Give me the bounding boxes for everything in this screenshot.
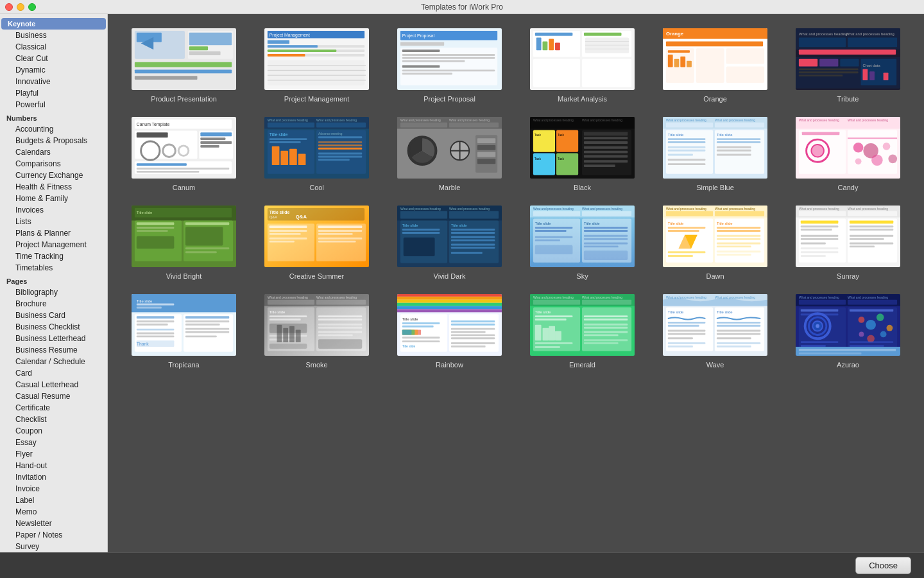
sidebar-item-innovative[interactable]: Innovative [1, 76, 106, 87]
sidebar-item-accounting[interactable]: Accounting [1, 123, 106, 135]
template-item-project-management[interactable]: Project Management Project Management [253, 27, 380, 103]
svg-rect-241 [402, 232, 440, 234]
svg-text:What and processes heading: What and processes heading [715, 119, 755, 122]
sidebar-item-classical[interactable]: Classical [1, 41, 106, 53]
svg-point-197 [871, 155, 883, 166]
sidebar-item-essay[interactable]: Essay [1, 437, 106, 448]
svg-rect-261 [535, 230, 567, 232]
svg-text:What and processes heading: What and processes heading [268, 119, 308, 122]
template-item-smoke[interactable]: What and processes heading What and proc… [253, 293, 380, 369]
sidebar-item-business-card[interactable]: Business Card [1, 310, 106, 321]
template-item-marble[interactable]: What and processes heading What and proc… [386, 116, 513, 191]
template-item-vivid-dark[interactable]: What and processes heading What and proc… [386, 204, 513, 280]
sidebar-item-memo[interactable]: Memo [1, 506, 106, 518]
minimize-button[interactable] [17, 3, 24, 11]
template-item-wave[interactable]: What and processes heading What and proc… [652, 293, 778, 369]
template-thumb-inner-market-analysis [530, 28, 635, 90]
svg-point-465 [880, 331, 887, 338]
template-item-cool[interactable]: What and processes heading What and proc… [253, 116, 380, 191]
svg-rect-325 [137, 307, 162, 309]
template-label-project-proposal: Project Proposal [424, 95, 475, 103]
sidebar-item-plans-planner[interactable]: Plans & Planner [1, 227, 106, 239]
sidebar-item-casual-resume[interactable]: Casual Resume [1, 390, 106, 402]
template-item-product-presentation[interactable]: Product Presentation [121, 27, 247, 103]
choose-button[interactable]: Choose [855, 557, 911, 574]
svg-rect-130 [400, 123, 447, 128]
sidebar-item-paper-notes[interactable]: Paper / Notes [1, 529, 106, 541]
sidebar-item-card[interactable]: Card [1, 367, 106, 379]
template-thumb-azurao: What and processes heading What and proc… [794, 293, 902, 357]
template-item-dawn[interactable]: What and processes heading What and proc… [652, 204, 778, 280]
sidebar-item-comparisons[interactable]: Comparisons [1, 158, 106, 170]
sidebar-item-label[interactable]: Label [1, 495, 106, 506]
template-item-market-analysis[interactable]: Market Analysis [519, 27, 646, 103]
sidebar-item-lists[interactable]: Lists [1, 216, 106, 227]
sidebar-item-project-management[interactable]: Project Management [1, 239, 106, 250]
svg-rect-351 [270, 315, 307, 317]
sidebar-item-hand-out[interactable]: Hand-out [1, 460, 106, 471]
template-item-black[interactable]: What and processes heading What and proc… [519, 116, 646, 191]
sidebar-item-budgets-proposals[interactable]: Budgets & Proposals [1, 135, 106, 146]
sidebar-item-certificate[interactable]: Certificate [1, 402, 106, 414]
sidebar-item-bibliography[interactable]: Bibliography [1, 286, 106, 298]
svg-rect-37 [402, 73, 452, 74]
sidebar-item-timetables[interactable]: Timetables [1, 262, 106, 274]
template-item-orange[interactable]: Orange Orange [652, 27, 778, 103]
sidebar-item-checklist[interactable]: Checklist [1, 414, 106, 425]
maximize-button[interactable] [28, 3, 36, 11]
template-item-sky[interactable]: What and processes heading What and proc… [519, 204, 646, 280]
svg-text:What and processes heading: What and processes heading [582, 119, 622, 122]
template-item-tropicana[interactable]: Title slide Thank Tropicana [121, 293, 247, 369]
sidebar-item-casual-letterhead[interactable]: Casual Letterhead [1, 379, 106, 390]
template-item-vivid-bright[interactable]: Title slide Vivid Bright [121, 204, 247, 280]
sidebar-item-business-letterhead[interactable]: Business Letterhead [1, 333, 106, 344]
template-item-project-proposal[interactable]: Project Proposal Project Proposal [386, 27, 513, 103]
template-item-sunray[interactable]: What and processes heading What and proc… [785, 204, 911, 280]
template-thumb-inner-tropicana: Title slide Thank [132, 294, 236, 356]
svg-rect-331 [137, 329, 175, 331]
sidebar-item-dynamic[interactable]: Dynamic [1, 64, 106, 76]
sidebar-item-invoice[interactable]: Invoice [1, 483, 106, 495]
template-item-rainbow[interactable]: Title slide Title slide Rainbow [386, 293, 513, 369]
svg-rect-98 [200, 145, 219, 148]
svg-rect-336 [185, 316, 229, 319]
sidebar-item-flyer[interactable]: Flyer [1, 448, 106, 460]
svg-rect-293 [717, 243, 760, 245]
svg-rect-430 [668, 333, 706, 335]
template-item-azurao[interactable]: What and processes heading What and proc… [785, 293, 911, 369]
svg-rect-139 [477, 152, 495, 157]
sidebar-item-time-tracking[interactable]: Time Tracking [1, 250, 106, 262]
template-thumb-inner-vivid-dark: What and processes heading What and proc… [397, 206, 502, 267]
sidebar-item-calendar-schedule[interactable]: Calendar / Schedule [1, 356, 106, 367]
svg-rect-370 [397, 297, 502, 300]
template-item-emerald[interactable]: What and processes heading What and proc… [519, 293, 646, 369]
sidebar-item-business[interactable]: Business [1, 30, 106, 41]
template-item-tribute[interactable]: What and processes heading What and proc… [785, 27, 911, 103]
svg-rect-85 [884, 73, 889, 80]
svg-rect-339 [185, 328, 229, 330]
sidebar-item-clear-cut[interactable]: Clear Cut [1, 53, 106, 64]
sidebar-item-invoices[interactable]: Invoices [1, 204, 106, 216]
svg-rect-337 [185, 320, 229, 322]
sidebar-item-calendars[interactable]: Calendars [1, 146, 106, 158]
svg-rect-244 [451, 229, 495, 231]
sidebar-item-brochure[interactable]: Brochure [1, 298, 106, 310]
sidebar-item-newsletter[interactable]: Newsletter [1, 518, 106, 529]
template-item-canum[interactable]: Canum Template Canum [121, 116, 247, 191]
sidebar-item-playful[interactable]: Playful [1, 87, 106, 99]
sidebar-item-survey[interactable]: Survey [1, 541, 106, 552]
template-item-candy[interactable]: What and processes heading What and proc… [785, 116, 911, 191]
template-item-creative-summer[interactable]: Title slide Q&A Q&A Creative Summer [253, 204, 380, 280]
sidebar-item-coupon[interactable]: Coupon [1, 425, 106, 437]
sidebar-item-currency-exchange[interactable]: Currency Exchange [1, 170, 106, 181]
template-item-simple-blue[interactable]: What and processes heading What and proc… [652, 116, 778, 191]
sidebar-item-business-checklist[interactable]: Business Checklist [1, 321, 106, 333]
sidebar-item-powerful[interactable]: Powerful [1, 99, 106, 110]
svg-rect-226 [318, 225, 362, 228]
sidebar-item-health-fitness[interactable]: Health & Fitness [1, 181, 106, 193]
sidebar-item-business-resume[interactable]: Business Resume [1, 344, 106, 356]
sidebar-item-invitation[interactable]: Invitation [1, 471, 106, 483]
sidebar-item-home-family[interactable]: Home & Family [1, 193, 106, 204]
svg-rect-154 [584, 132, 628, 136]
close-button[interactable] [5, 3, 13, 11]
